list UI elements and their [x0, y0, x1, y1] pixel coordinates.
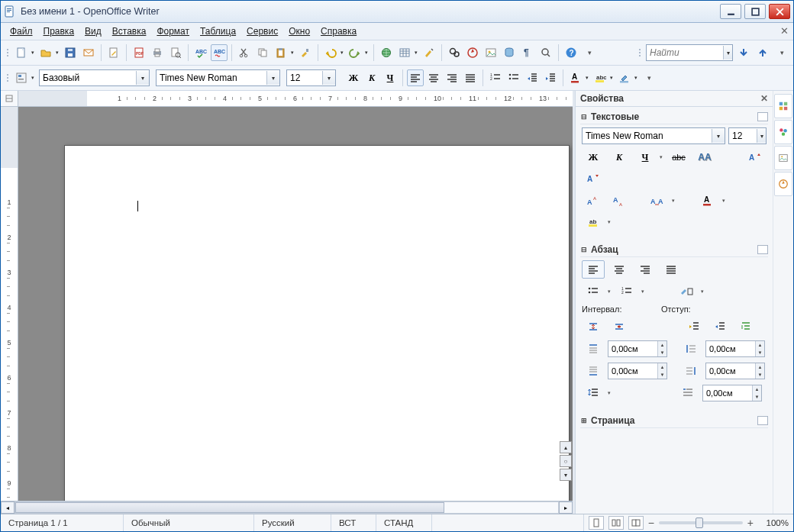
- font-size-combo[interactable]: ▾: [286, 69, 336, 86]
- font-size-input[interactable]: [287, 71, 322, 85]
- print-preview-button[interactable]: [167, 44, 184, 61]
- spin-up[interactable]: ▲: [658, 363, 667, 371]
- zoom-handle[interactable]: [696, 517, 703, 528]
- sidebar-italic-button[interactable]: К: [608, 148, 631, 166]
- sidebar-strike-button[interactable]: abc: [667, 148, 690, 166]
- page[interactable]: [64, 145, 570, 501]
- highlight-button[interactable]: abc: [592, 69, 615, 86]
- indent-before-spin[interactable]: ▲▼: [705, 340, 765, 357]
- underline-button[interactable]: Ч: [382, 69, 399, 86]
- line-spacing-button[interactable]: [582, 384, 612, 402]
- section-header-text[interactable]: ⊟ Текстовые: [580, 110, 768, 124]
- menu-edit[interactable]: Правка: [39, 24, 79, 38]
- paragraph-style-combo[interactable]: ▾: [39, 69, 150, 86]
- sidebar-tab-navigator[interactable]: [774, 172, 792, 196]
- find-combo[interactable]: ▾: [646, 44, 733, 61]
- view-book-button[interactable]: [628, 516, 644, 530]
- chevron-down-icon[interactable]: ▾: [723, 46, 732, 60]
- format-toolbar-overflow-icon[interactable]: ▾: [641, 69, 657, 86]
- para-align-right-button[interactable]: [634, 260, 657, 279]
- spin-down[interactable]: ▼: [658, 349, 667, 356]
- sidebar-highlight-button[interactable]: ab: [582, 213, 612, 231]
- styles-button[interactable]: [13, 69, 36, 86]
- section-more-icon[interactable]: [757, 112, 768, 121]
- menu-table[interactable]: Таблица: [195, 24, 240, 38]
- increase-indent-button[interactable]: [542, 69, 559, 86]
- align-center-button[interactable]: [425, 69, 442, 86]
- horizontal-scrollbar[interactable]: ◂ ▸: [1, 501, 573, 514]
- zoom-slider[interactable]: [659, 521, 743, 524]
- space-below-spin[interactable]: ▲▼: [608, 363, 667, 379]
- para-align-left-button[interactable]: [582, 260, 605, 279]
- spin-up[interactable]: ▲: [756, 341, 764, 349]
- auto-spellcheck-button[interactable]: ABC: [211, 44, 228, 61]
- maximize-button[interactable]: [744, 4, 766, 19]
- minimize-button[interactable]: [720, 4, 741, 19]
- para-align-justify-button[interactable]: [660, 260, 683, 279]
- spin-down[interactable]: ▼: [658, 371, 667, 379]
- menu-format[interactable]: Формат: [152, 24, 194, 38]
- sidebar-subscript-button[interactable]: AA: [608, 192, 631, 210]
- close-button[interactable]: [769, 4, 790, 19]
- find-prev-button[interactable]: [754, 44, 771, 61]
- chevron-down-icon[interactable]: ▾: [266, 71, 279, 85]
- sidebar-underline-button[interactable]: Ч: [634, 148, 664, 166]
- menu-insert[interactable]: Вставка: [108, 24, 151, 38]
- toolbar-grip[interactable]: [5, 49, 10, 56]
- chevron-down-icon[interactable]: ▾: [757, 129, 766, 143]
- scroll-track[interactable]: [15, 501, 559, 514]
- sidebar-tab-gallery[interactable]: [774, 146, 792, 170]
- zoom-out-icon[interactable]: −: [648, 517, 654, 529]
- help-button[interactable]: ?: [563, 44, 579, 61]
- document-close-icon[interactable]: ✕: [780, 25, 789, 37]
- find-next-button[interactable]: [735, 44, 752, 61]
- next-page-button[interactable]: ▾: [560, 469, 572, 481]
- sidebar-font-size-input[interactable]: [729, 129, 757, 143]
- gallery-button[interactable]: [483, 44, 499, 61]
- zoom-value[interactable]: 100%: [758, 518, 789, 527]
- menu-view[interactable]: Вид: [80, 24, 106, 38]
- decrease-indent-button[interactable]: [524, 69, 541, 86]
- para-bullets-button[interactable]: [582, 282, 612, 301]
- email-button[interactable]: [80, 44, 97, 61]
- para-numbering-button[interactable]: 12: [615, 282, 646, 301]
- menu-window[interactable]: Окно: [284, 24, 315, 38]
- font-color-button[interactable]: A: [567, 69, 590, 86]
- section-header-page[interactable]: ⊞ Страница: [580, 414, 768, 428]
- paragraph-style-input[interactable]: [40, 71, 136, 85]
- spellcheck-button[interactable]: ABC: [192, 44, 209, 61]
- align-left-button[interactable]: [407, 69, 424, 86]
- sidebar-font-color-button[interactable]: A: [696, 192, 727, 210]
- save-button[interactable]: [62, 44, 79, 61]
- nav-select-button[interactable]: ○: [560, 455, 572, 467]
- section-more-icon[interactable]: [757, 245, 768, 254]
- status-page-style[interactable]: Обычный: [124, 514, 254, 531]
- find-toolbar-grip[interactable]: [637, 49, 642, 56]
- hyperlink-button[interactable]: [378, 44, 395, 61]
- spin-up[interactable]: ▲: [753, 385, 761, 393]
- chevron-down-icon[interactable]: ▾: [136, 71, 149, 85]
- status-selection-mode[interactable]: СТАНД: [376, 514, 432, 531]
- scroll-right-button[interactable]: ▸: [559, 501, 573, 514]
- sidebar-shrink-font-button[interactable]: A: [582, 169, 605, 188]
- find-replace-button[interactable]: [446, 44, 463, 61]
- space-above-input[interactable]: [608, 341, 657, 356]
- indent-after-spin[interactable]: ▲▼: [705, 363, 765, 379]
- find-toolbar-overflow-icon[interactable]: ▾: [773, 44, 790, 61]
- find-input[interactable]: [647, 46, 723, 60]
- indent-before-input[interactable]: [706, 341, 755, 356]
- edit-file-button[interactable]: [105, 44, 122, 61]
- cut-button[interactable]: [236, 44, 253, 61]
- print-button[interactable]: [149, 44, 166, 61]
- sidebar-tab-properties[interactable]: [774, 94, 792, 118]
- nonprinting-chars-button[interactable]: ¶: [519, 44, 536, 61]
- copy-button[interactable]: [254, 44, 271, 61]
- section-more-icon[interactable]: [757, 416, 768, 425]
- panel-close-icon[interactable]: ✕: [760, 93, 768, 104]
- spin-up[interactable]: ▲: [756, 363, 764, 371]
- status-insert-mode[interactable]: ВСТ: [331, 514, 376, 531]
- first-line-indent-spin[interactable]: ▲▼: [702, 385, 762, 401]
- chevron-down-icon[interactable]: ▾: [712, 129, 725, 143]
- spin-up[interactable]: ▲: [658, 341, 667, 349]
- paste-button[interactable]: [273, 44, 295, 61]
